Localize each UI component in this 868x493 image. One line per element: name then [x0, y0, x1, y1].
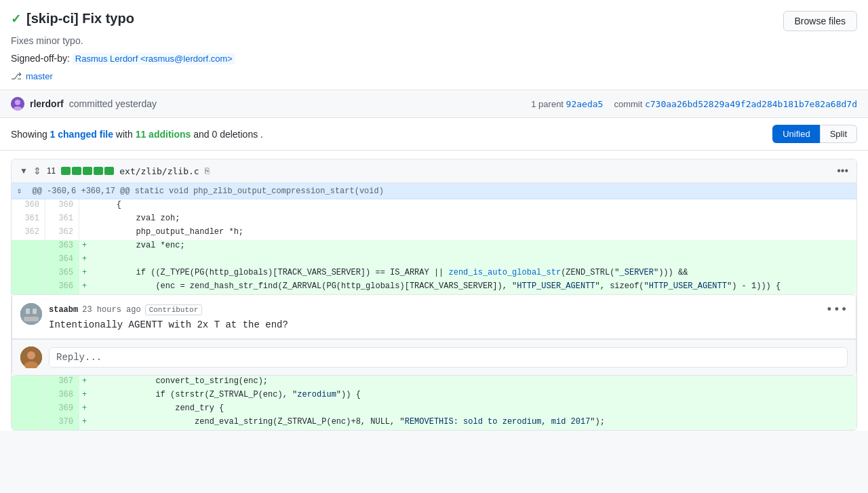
split-view-button[interactable]: Split: [820, 125, 857, 143]
commit-info: commit c730aa26bd52829a49f2ad284b181b7e8…: [614, 99, 857, 109]
and-label: and: [193, 129, 212, 140]
author-row: rlerdorf committed yesterday 1 parent 92…: [0, 90, 868, 118]
diff-line: 368 + if (strstr(Z_STRVAL_P(enc), "zerod…: [12, 389, 856, 403]
view-toggle: Unified Split: [772, 125, 857, 143]
commit-title: ✓ [skip-ci] Fix typo: [11, 11, 134, 26]
line-content: zend_try {: [92, 403, 856, 416]
file-count-badge: 11: [47, 166, 56, 176]
old-line-num: 360: [12, 199, 45, 213]
svg-rect-3: [20, 303, 42, 325]
more-options-icon[interactable]: •••: [837, 165, 848, 177]
old-line-num: 362: [12, 226, 45, 240]
line-content: {: [92, 199, 856, 213]
diff-line: 363 + zval *enc;: [12, 240, 856, 254]
author-username[interactable]: rlerdorf: [30, 98, 64, 109]
commenter-avatar: [20, 303, 42, 325]
old-line-num: [12, 240, 45, 254]
new-line-num: 367: [45, 376, 79, 389]
old-line-num: [12, 389, 45, 403]
signed-off-email: Rasmus Lerdorf <rasmus@lerdorf.com>: [73, 53, 235, 64]
reply-area: Reply...: [12, 339, 856, 375]
line-content: convert_to_string(enc);: [92, 376, 856, 389]
parent-sha[interactable]: 92aeda5: [566, 99, 604, 109]
line-type: +: [79, 416, 92, 430]
bar-segment-4: [94, 167, 103, 175]
parent-info: 1 parent 92aeda5: [531, 99, 603, 109]
comment-row: staabm 23 hours ago Contributor ••• Inte…: [12, 295, 856, 339]
new-line-num: 365: [45, 267, 79, 281]
diff-stats-text: Showing 1 changed file with 11 additions…: [11, 129, 263, 140]
diff-line: 360 360 {: [12, 199, 856, 213]
diff-line: 369 + zend_try {: [12, 403, 856, 416]
svg-point-1: [15, 100, 20, 105]
reply-input[interactable]: Reply...: [49, 347, 848, 368]
showing-label: Showing: [11, 129, 47, 140]
commit-meta: 1 parent 92aeda5 commit c730aa26bd52829a…: [531, 99, 857, 109]
avatar: [11, 97, 24, 111]
signed-off-label: Signed-off-by:: [11, 53, 70, 64]
author-action: committed yesterday: [69, 98, 157, 109]
changed-files-link[interactable]: 1 changed file: [50, 129, 113, 140]
bar-segment-2: [72, 167, 81, 175]
comment-time: 23 hours ago: [82, 305, 140, 315]
line-type: +: [79, 389, 92, 403]
comment-body: Intentionally AGENTT with 2x T at the en…: [49, 319, 848, 330]
comment-meta-row: staabm 23 hours ago Contributor •••: [49, 303, 848, 317]
diff-line: 370 + zend_eval_string(Z_STRVAL_P(enc)+8…: [12, 416, 856, 430]
diff-line: 367 + convert_to_string(enc);: [12, 376, 856, 389]
page-container: ✓ [skip-ci] Fix typo Browse files Fixes …: [0, 0, 868, 431]
line-type: [79, 199, 92, 213]
branch-name[interactable]: master: [26, 71, 53, 81]
line-type: +: [79, 240, 92, 254]
comment-username[interactable]: staabm: [49, 305, 78, 315]
svg-rect-4: [26, 309, 30, 314]
line-type: +: [79, 376, 92, 389]
copy-path-icon[interactable]: ⎘: [205, 166, 210, 176]
old-line-num: [12, 416, 45, 430]
browse-files-button[interactable]: Browse files: [783, 11, 857, 31]
line-type: [79, 213, 92, 226]
review-thread: staabm 23 hours ago Contributor ••• Inte…: [12, 294, 856, 376]
svg-point-8: [27, 351, 35, 359]
diff-panel-header: ▼ ⇕ 11 ext/zlib/zlib.c ⎘ •••: [12, 159, 856, 183]
new-line-num: 368: [45, 389, 79, 403]
deletions-count: 0 deletions: [212, 129, 258, 140]
new-line-num: 370: [45, 416, 79, 430]
new-line-num: 363: [45, 240, 79, 254]
with-label: with: [116, 129, 136, 140]
old-line-num: [12, 267, 45, 281]
reply-avatar: [20, 347, 42, 368]
comment-author-info: staabm 23 hours ago Contributor: [49, 304, 202, 315]
check-icon: ✓: [11, 12, 21, 26]
commit-title-text: [skip-ci] Fix typo: [26, 11, 134, 26]
line-type: +: [79, 403, 92, 416]
line-content: (enc = zend_hash_str_find(Z_ARRVAL(PG(ht…: [92, 281, 856, 294]
line-content: [92, 254, 856, 267]
commit-description: Fixes minor typo.: [11, 35, 857, 46]
commit-header: ✓ [skip-ci] Fix typo Browse files Fixes …: [0, 0, 868, 90]
line-type: +: [79, 281, 92, 294]
hunk-header: ⇕ @@ -360,6 +360,17 @@ static void php_z…: [12, 183, 856, 199]
comment-content: staabm 23 hours ago Contributor ••• Inte…: [49, 303, 848, 330]
code-diff: ⇕ @@ -360,6 +360,17 @@ static void php_z…: [12, 183, 856, 430]
expand-lines-icon[interactable]: ⇕: [33, 165, 41, 176]
line-content: if ((Z_TYPE(PG(http_globals)[TRACK_VARS_…: [92, 267, 856, 281]
period: .: [260, 129, 263, 140]
comment-options-icon[interactable]: •••: [826, 303, 848, 317]
commit-title-row: ✓ [skip-ci] Fix typo Browse files: [11, 11, 857, 31]
line-type: [79, 226, 92, 240]
diff-line: 361 361 zval zoh;: [12, 213, 856, 226]
line-content: zval zoh;: [92, 213, 856, 226]
old-line-num: [12, 403, 45, 416]
expand-hunk-icon[interactable]: ⇕: [17, 186, 22, 196]
bar-segment-3: [83, 167, 92, 175]
collapse-button[interactable]: ▼: [20, 166, 28, 176]
additions-count: 11 additions: [136, 129, 191, 140]
svg-rect-5: [33, 309, 37, 314]
new-line-num: 369: [45, 403, 79, 416]
file-path: ext/zlib/zlib.c: [119, 166, 199, 176]
comment-role-badge: Contributor: [145, 304, 203, 315]
unified-view-button[interactable]: Unified: [772, 125, 819, 143]
new-line-num: 366: [45, 281, 79, 294]
commit-sha[interactable]: c730aa26bd52829a49f2ad284b181b7e82a68d7d: [645, 99, 857, 109]
